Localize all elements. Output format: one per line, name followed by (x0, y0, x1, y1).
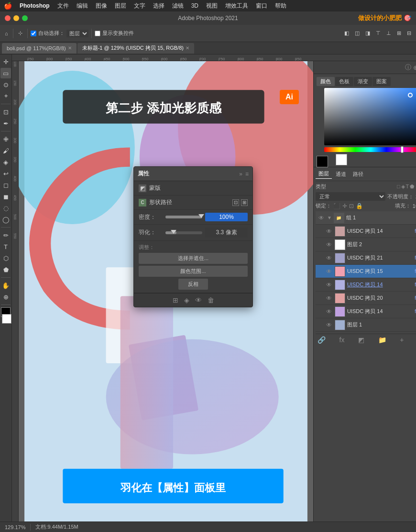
layer-vis-2[interactable]: 👁 (325, 254, 333, 262)
layer-vis-1[interactable]: 👁 (325, 241, 333, 249)
dodge-tool[interactable]: ◯ (0, 214, 11, 225)
select-refine-button[interactable]: 选择并遮住... (139, 253, 248, 264)
channels-tab[interactable]: 通道 (333, 170, 349, 179)
add-mask-icon[interactable]: ◩ (358, 336, 364, 344)
tab-pattern[interactable]: 图案 (372, 77, 391, 86)
density-slider[interactable] (165, 216, 202, 218)
paths-tab[interactable]: 路径 (350, 170, 366, 179)
layer-item-6[interactable]: 👁 UISDC 拷贝 14 fx ▶ (316, 305, 416, 318)
invert-button[interactable]: 反相 (178, 279, 208, 290)
lock-pixel-icon[interactable]: ⬛ (333, 203, 340, 209)
layer-item-group1[interactable]: 👁 ▼ 📁 组 1 (316, 211, 416, 225)
layer-item-5[interactable]: 👁 UISDC 拷贝 20 fx ▶ (316, 292, 416, 305)
layer-item-4[interactable]: 👁 UISDC 拷贝 14 fx ▶ (316, 278, 416, 292)
menu-window[interactable]: 窗口 (256, 2, 267, 10)
align-left-icon[interactable]: ◧ (342, 29, 351, 37)
crop-tool[interactable]: ⊡ (0, 107, 11, 117)
menu-plugins[interactable]: 增效工具 (225, 2, 248, 10)
brush-tool[interactable]: 🖌 (0, 145, 11, 156)
auto-select-checkbox[interactable] (31, 31, 36, 36)
path-tool[interactable]: ⬡ (0, 253, 11, 263)
shape-edit-icon[interactable]: ⊞ (241, 199, 248, 206)
layer-vis-4[interactable]: 👁 (325, 281, 333, 289)
lock-artboard-icon[interactable]: ⊡ (349, 203, 354, 209)
align-middle-icon[interactable]: ⊥ (384, 29, 393, 37)
group-expand-icon[interactable]: ▼ (327, 215, 332, 220)
menu-text[interactable]: 文字 (134, 2, 145, 10)
layer-item-0[interactable]: 👁 UISDC 拷贝 14 fx ▶ (316, 225, 416, 238)
eraser-tool[interactable]: ◻ (0, 180, 11, 190)
new-group-icon[interactable]: 📁 (378, 336, 386, 344)
layer-vis-3[interactable]: 👁 (325, 268, 333, 275)
tab-boli[interactable]: boli.psd @ 117%(RGB/8) ✕ (2, 43, 77, 54)
layer-vis-0[interactable]: 👁 (325, 228, 333, 235)
align-center-icon[interactable]: ◫ (353, 29, 361, 37)
select-tool[interactable]: ▭ (0, 68, 11, 78)
history-brush-tool[interactable]: ↩ (0, 168, 11, 179)
gradient-tool[interactable]: ◼ (0, 191, 11, 202)
layer-vis-7[interactable]: 👁 (325, 321, 333, 329)
layer-item-7[interactable]: 👁 图层 1 (316, 318, 416, 332)
density-value[interactable]: 100% (205, 213, 248, 221)
fill-value[interactable]: 100% (413, 203, 416, 209)
stamp-tool[interactable]: ◈ (0, 157, 11, 167)
pen-tool[interactable]: ✏ (0, 230, 11, 240)
link-layers-icon[interactable]: 🔗 (317, 336, 326, 344)
new-layer-icon[interactable]: + (400, 336, 404, 344)
tab-gradient[interactable]: 渐变 (354, 77, 372, 86)
close-button[interactable] (5, 15, 11, 21)
feather-value[interactable]: 3.3 像素 (205, 228, 248, 238)
filter-adjust-icon[interactable]: ◈ (401, 184, 405, 190)
tab-untitled-close[interactable]: ✕ (186, 45, 189, 51)
align-top-icon[interactable]: ⊤ (374, 29, 383, 37)
tab-color[interactable]: 颜色 (317, 77, 335, 86)
color-spectrum[interactable] (324, 147, 416, 152)
lock-all-icon[interactable]: 🔒 (356, 203, 363, 209)
apple-menu[interactable]: 🍎 (4, 2, 12, 10)
tab-swatches[interactable]: 色板 (335, 77, 353, 86)
layer-item-2[interactable]: 👁 UISDC 拷贝 21 fx ▶ (316, 251, 416, 265)
props-add-icon[interactable]: ⊞ (173, 296, 178, 304)
heal-tool[interactable]: ✙ (0, 134, 11, 144)
props-eye-icon[interactable]: 👁 (195, 296, 202, 304)
layer-vis-group1[interactable]: 👁 (317, 214, 325, 222)
blur-tool[interactable]: ◌ (0, 203, 11, 213)
menu-edit[interactable]: 编辑 (77, 2, 88, 10)
home-icon[interactable]: ⌂ (3, 30, 10, 37)
blend-mode-select[interactable]: 正常 (316, 192, 385, 201)
tab-boli-close[interactable]: ✕ (68, 45, 72, 51)
adjustment-icon[interactable]: ⊕ (413, 64, 416, 71)
shape-tool[interactable]: ⬟ (0, 264, 11, 275)
props-delete-icon[interactable]: 🗑 (208, 296, 214, 304)
eyedropper-tool[interactable]: ✒ (0, 118, 11, 129)
filter-pixel-icon[interactable]: □ (397, 184, 400, 190)
color-gradient-display[interactable] (324, 88, 416, 145)
align-right-icon[interactable]: ◨ (363, 29, 372, 37)
feather-slider[interactable] (165, 231, 202, 234)
menu-filter[interactable]: 滤镜 (172, 2, 184, 10)
filter-text-icon[interactable]: T (406, 184, 409, 190)
show-transform-checkbox[interactable] (95, 31, 100, 36)
info-icon[interactable]: ⓘ (405, 63, 411, 72)
menu-3d[interactable]: 3D (191, 2, 198, 9)
hand-tool[interactable]: ✋ (0, 280, 11, 291)
props-circle-icon[interactable]: ◈ (184, 296, 189, 304)
layer-item-1[interactable]: 👁 图层 2 (316, 238, 416, 251)
layer-select-dropdown[interactable]: 图层 (66, 30, 88, 37)
menu-select[interactable]: 选择 (153, 2, 164, 10)
menu-help[interactable]: 帮助 (275, 2, 286, 10)
filter-shape-icon[interactable]: ⬟ (410, 184, 415, 190)
foreground-swatch[interactable] (317, 156, 328, 167)
layer-item-3[interactable]: 👁 UISDC 拷贝 15 fx ▶ (316, 265, 416, 278)
move-tool[interactable]: ✛ (0, 56, 11, 67)
menu-view[interactable]: 视图 (206, 2, 218, 10)
color-range-button[interactable]: 颜色范围... (139, 266, 248, 277)
magic-wand-tool[interactable]: ⌖ (0, 91, 11, 101)
menu-layer[interactable]: 图层 (115, 2, 126, 10)
layer-vis-5[interactable]: 👁 (325, 294, 333, 302)
minimize-button[interactable] (13, 15, 19, 21)
background-color[interactable] (2, 314, 11, 324)
tab-untitled[interactable]: 未标题-1 @ 129% (UISDC 拷贝 15, RGB/8) ✕ (77, 43, 194, 54)
shape-select-icon[interactable]: ⊡ (232, 199, 239, 206)
lasso-tool[interactable]: ⊙ (0, 79, 11, 90)
